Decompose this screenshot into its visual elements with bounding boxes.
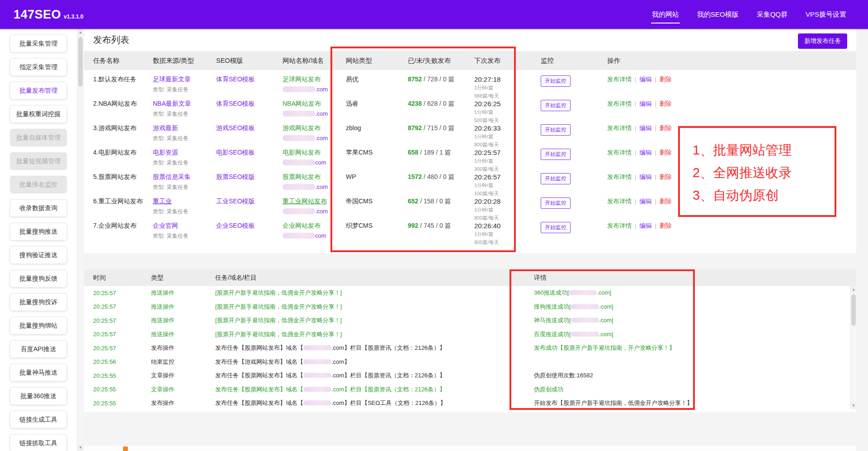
- sidebar-item[interactable]: 链接抓取工具: [10, 434, 67, 451]
- publish-detail-link[interactable]: 发布详情: [607, 100, 632, 107]
- sidebar-item[interactable]: 批量自媒体管理: [10, 129, 67, 146]
- sidebar-item[interactable]: 批量搜狗推送: [10, 223, 67, 240]
- log-time: 20:25:55: [93, 386, 151, 393]
- delete-link[interactable]: 删除: [660, 76, 672, 83]
- log-task-text: 发布任务【股票网站发布】域名【: [215, 399, 303, 406]
- scrollbar-thumb[interactable]: [851, 294, 856, 326]
- site-name-link[interactable]: 企业网站发布: [283, 222, 321, 229]
- scrollbar-thumb[interactable]: [78, 37, 83, 87]
- publish-detail-link[interactable]: 发布详情: [607, 174, 632, 180]
- seo-template-link[interactable]: 游戏SEO模板: [216, 124, 255, 132]
- daily-quota: 100篇/每天: [474, 190, 541, 197]
- data-source-link[interactable]: 股票信息采集: [153, 173, 191, 180]
- data-source-link[interactable]: 足球最新文章: [153, 75, 191, 83]
- seo-template-link[interactable]: 电影SEO模板: [216, 149, 255, 156]
- sidebar-item[interactable]: 批量短视频管理: [10, 152, 67, 170]
- sidebar-item[interactable]: 搜狗验证推送: [10, 246, 67, 264]
- delete-link[interactable]: 删除: [660, 125, 672, 132]
- nav-item[interactable]: 我的SEO模版: [688, 0, 748, 29]
- start-monitor-button[interactable]: 开始监控: [541, 75, 571, 87]
- log-scrollbar[interactable]: ▲ ▼: [850, 286, 856, 409]
- seo-template-link[interactable]: 体育SEO模板: [216, 75, 255, 83]
- site-name-link[interactable]: NBA网站发布: [283, 100, 321, 107]
- edit-link[interactable]: 编辑: [639, 149, 651, 156]
- sidebar-item-label: 批量排名监控: [19, 181, 57, 189]
- sidebar-item[interactable]: 批量排名监控: [10, 176, 67, 193]
- sidebar-item[interactable]: 批量发布管理: [10, 82, 67, 99]
- log-time: 20:25:56: [93, 358, 151, 365]
- edit-link[interactable]: 编辑: [639, 198, 651, 205]
- start-monitor-button[interactable]: 开始监控: [541, 173, 571, 184]
- daily-quota: 800篇/每天: [474, 239, 541, 246]
- col-site-type: 网站类型: [346, 56, 408, 65]
- censored-domain-blur: [283, 160, 315, 165]
- publish-detail-link[interactable]: 发布详情: [607, 222, 632, 229]
- seo-template-link[interactable]: 企业SEO模板: [216, 222, 255, 229]
- seo-template-link[interactable]: 工业SEO模版: [216, 197, 255, 205]
- task-name: 5.股票网站发布: [93, 173, 153, 181]
- edit-link[interactable]: 编辑: [639, 76, 651, 83]
- data-source-link[interactable]: 游戏最新: [153, 124, 178, 132]
- start-monitor-button[interactable]: 开始监控: [541, 222, 571, 233]
- censored-domain-blur: [569, 290, 597, 295]
- sidebar-item[interactable]: 批量搜狗绑站: [10, 317, 67, 334]
- publish-detail-link[interactable]: 发布详情: [607, 125, 632, 132]
- sidebar-item[interactable]: 指定采集管理: [10, 58, 67, 76]
- start-monitor-button[interactable]: 开始监控: [541, 124, 571, 136]
- site-domain: com: [283, 232, 346, 239]
- seo-template-link[interactable]: 股票SEO模版: [216, 173, 255, 180]
- published-count: 8752: [408, 75, 422, 83]
- publish-detail-link[interactable]: 发布详情: [607, 76, 632, 83]
- nav-item[interactable]: 我的网站: [643, 0, 688, 29]
- data-source-link[interactable]: NBA最新文章: [153, 100, 191, 107]
- add-publish-task-button[interactable]: 新增发布任务: [798, 33, 847, 49]
- site-name-link[interactable]: 足球网站发布: [283, 75, 321, 83]
- pending-failed-count: / 745 / 0 篇: [418, 222, 451, 229]
- sidebar-item[interactable]: 百度API推送: [10, 340, 67, 358]
- delete-link[interactable]: 删除: [660, 149, 672, 156]
- sidebar-item[interactable]: 批量搜狗投诉: [10, 293, 67, 311]
- log-type: 结束监控: [151, 358, 215, 366]
- sidebar-item[interactable]: 批量采集管理: [10, 35, 67, 52]
- start-monitor-button[interactable]: 开始监控: [541, 197, 571, 209]
- start-monitor-button[interactable]: 开始监控: [541, 100, 571, 111]
- sidebar-item[interactable]: 收录数据查询: [10, 199, 67, 217]
- daily-quota: 500篇/每天: [474, 117, 541, 124]
- data-source-link[interactable]: 重工业: [153, 197, 172, 205]
- seo-template-link[interactable]: 体育SEO模板: [216, 100, 255, 107]
- main-scrollbar[interactable]: ▲ ▼: [77, 29, 83, 451]
- task-name: 1.默认发布任务: [93, 75, 153, 84]
- log-task-text: 发布任务【股票网站发布】域名【: [215, 386, 303, 393]
- delete-link[interactable]: 删除: [660, 174, 672, 180]
- data-source-link[interactable]: 电影资源: [153, 149, 178, 156]
- sidebar-item[interactable]: 批量搜狗反馈: [10, 270, 67, 287]
- scroll-down-arrow-icon[interactable]: ▼: [850, 402, 857, 409]
- data-source-link[interactable]: 企业官网: [153, 222, 178, 229]
- edit-link[interactable]: 编辑: [639, 222, 651, 229]
- edit-link[interactable]: 编辑: [639, 125, 651, 132]
- nav-item[interactable]: VPS拨号设置: [797, 0, 855, 29]
- publish-detail-link[interactable]: 发布详情: [607, 149, 632, 156]
- edit-link[interactable]: 编辑: [639, 174, 651, 180]
- start-monitor-button[interactable]: 开始监控: [541, 149, 571, 160]
- sidebar-item[interactable]: 批量权重词挖掘: [10, 105, 67, 123]
- scroll-down-arrow-icon[interactable]: ▼: [77, 444, 84, 451]
- log-time: 20:25:57: [93, 345, 151, 352]
- sidebar-item[interactable]: 批量神马推送: [10, 364, 67, 381]
- site-name-link[interactable]: 游戏网站发布: [283, 124, 321, 132]
- delete-link[interactable]: 删除: [660, 198, 672, 205]
- scroll-up-arrow-icon[interactable]: ▲: [77, 29, 84, 36]
- edit-link[interactable]: 编辑: [639, 100, 651, 107]
- sidebar-item[interactable]: 批量360推送: [10, 387, 67, 405]
- publish-detail-link[interactable]: 发布详情: [607, 198, 632, 205]
- scroll-up-arrow-icon[interactable]: ▲: [850, 286, 857, 293]
- delete-link[interactable]: 删除: [660, 222, 672, 229]
- sidebar-item[interactable]: 链接生成工具: [10, 411, 67, 428]
- delete-link[interactable]: 删除: [660, 100, 672, 107]
- site-name-link[interactable]: 重工业网站发布: [283, 197, 327, 205]
- log-task-text: .com】栏目【SEO工具（文档：2126条）】: [331, 399, 446, 406]
- site-name-link[interactable]: 股票网站发布: [283, 173, 321, 180]
- nav-item-label: 我的网站: [652, 10, 679, 19]
- site-name-link[interactable]: 电影网站发布: [283, 149, 321, 156]
- nav-item[interactable]: 采集QQ群: [748, 0, 797, 29]
